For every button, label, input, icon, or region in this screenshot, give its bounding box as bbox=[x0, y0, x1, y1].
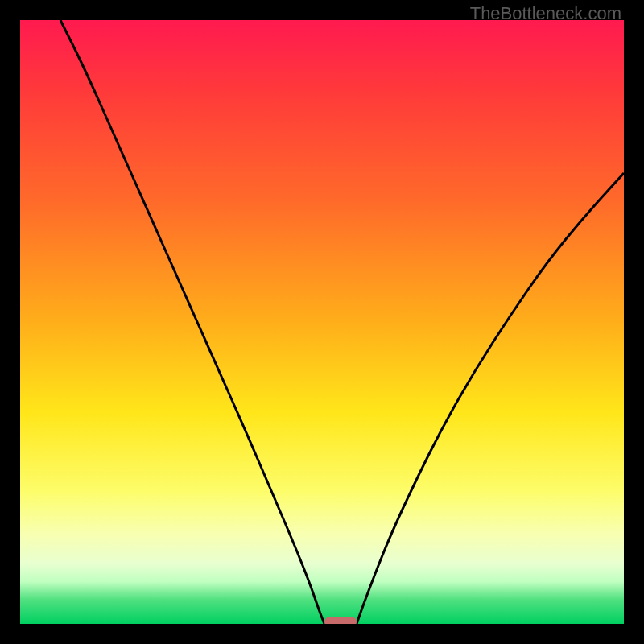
curve-svg bbox=[20, 20, 624, 624]
bottleneck-marker bbox=[324, 617, 357, 624]
watermark-text: TheBottleneck.com bbox=[470, 3, 621, 24]
chart-frame bbox=[20, 20, 624, 624]
right-curve bbox=[357, 173, 624, 624]
left-curve bbox=[60, 20, 324, 624]
